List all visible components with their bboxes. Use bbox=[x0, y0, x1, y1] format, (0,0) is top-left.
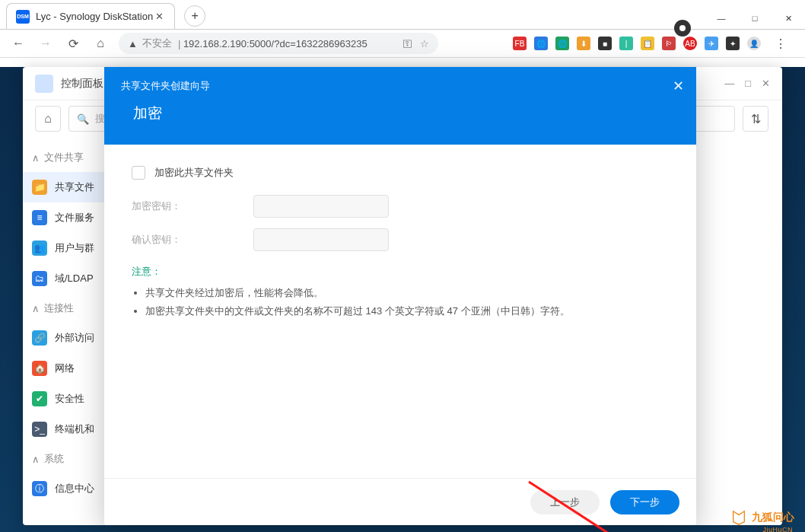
modal-close-button[interactable]: ✕ bbox=[673, 78, 684, 94]
back-button[interactable]: ← bbox=[6, 31, 30, 56]
dsm-close-button[interactable]: ✕ bbox=[762, 78, 770, 89]
watermark-sub: JiuHuCN bbox=[762, 526, 793, 532]
note-item: 共享文件夹经过加密后，性能将会降低。 bbox=[145, 285, 669, 301]
terminal-icon: >_ bbox=[32, 422, 47, 437]
sidebar-item-domain-ldap[interactable]: 🗂域/LDAP bbox=[23, 263, 107, 294]
shared-folder-wizard-modal: 共享文件夹创建向导 加密 ✕ 加密此共享文件夹 加密密钥： 确认密钥： 注意： … bbox=[104, 67, 696, 525]
profile-indicator[interactable] bbox=[674, 20, 691, 37]
ext-v1-icon[interactable]: 🌐 bbox=[534, 37, 548, 50]
dsm-window-title: 控制面板 bbox=[61, 77, 103, 91]
wizard-title: 共享文件夹创建向导 bbox=[121, 79, 679, 93]
users-icon: 👥 bbox=[32, 241, 47, 256]
sidebar-item-shared-folder[interactable]: 📁共享文件 bbox=[23, 172, 107, 202]
ldap-icon: 🗂 bbox=[32, 271, 47, 286]
sidebar-item-info-center[interactable]: ⓘ信息中心 bbox=[23, 473, 107, 504]
tab-close-icon[interactable]: ✕ bbox=[153, 11, 165, 23]
new-tab-button[interactable]: + bbox=[184, 5, 205, 27]
info-icon: ⓘ bbox=[32, 481, 47, 496]
ext-abp-icon[interactable]: AB bbox=[683, 37, 697, 50]
ext-v2-icon[interactable]: 🌐 bbox=[555, 37, 569, 50]
reload-button[interactable]: ⟳ bbox=[61, 31, 85, 56]
chevron-up-icon: ∧ bbox=[32, 152, 40, 164]
modal-header: 共享文件夹创建向导 加密 ✕ bbox=[104, 67, 696, 145]
ext-bd-icon[interactable]: ✈ bbox=[705, 37, 718, 50]
note-item: 加密共享文件夹中的文件或文件夹的名称不可超过 143 个英文字符或 47 个亚洲… bbox=[145, 303, 669, 320]
address-bar[interactable]: ▲ 不安全 | 192.168.2.190:5000/?dc=163228696… bbox=[119, 33, 438, 54]
sidebar-section-system[interactable]: ∧系统 bbox=[23, 444, 107, 473]
ext-fl-icon[interactable]: 🏳 bbox=[662, 37, 676, 50]
chevron-up-icon: ∧ bbox=[32, 454, 40, 465]
note-title: 注意： bbox=[132, 265, 669, 279]
home-button[interactable]: ⌂ bbox=[88, 31, 113, 56]
watermark: 九狐问心 bbox=[730, 509, 794, 526]
note-list: 共享文件夹经过加密后，性能将会降低。 加密共享文件夹中的文件或文件夹的名称不可超… bbox=[132, 285, 669, 320]
sidebar-section-connectivity[interactable]: ∧连接性 bbox=[23, 294, 107, 323]
menu-icon[interactable]: ⋮ bbox=[768, 31, 793, 56]
sidebar-item-external-access[interactable]: 🔗外部访问 bbox=[23, 323, 107, 353]
tab-favicon: DSM bbox=[16, 10, 30, 24]
sidebar-item-file-services[interactable]: ≡文件服务 bbox=[23, 202, 107, 233]
viewport: 控制面板 — □ ✕ ⌂ 🔍 搜索 ⇅ ∧文件共享 📁共享文件 ≡文件服务 👥用… bbox=[0, 67, 805, 532]
key-icon[interactable]: ⚿ bbox=[402, 38, 412, 49]
network-icon: 🏠 bbox=[32, 361, 47, 376]
watermark-text: 九狐问心 bbox=[752, 511, 794, 524]
browser-tab[interactable]: DSM Lyc - Synology DiskStation ✕ bbox=[6, 3, 175, 29]
sidebar: ∧文件共享 📁共享文件 ≡文件服务 👥用户与群 🗂域/LDAP ∧连接性 🔗外部… bbox=[23, 100, 107, 525]
sidebar-item-users-groups[interactable]: 👥用户与群 bbox=[23, 233, 107, 263]
encryption-key-label: 加密密钥： bbox=[132, 199, 253, 213]
fox-icon bbox=[730, 509, 747, 526]
folder-icon: 📁 bbox=[32, 180, 47, 195]
maximize-button[interactable]: □ bbox=[738, 8, 772, 29]
shield-icon: ✔ bbox=[32, 391, 47, 406]
control-panel-icon bbox=[35, 75, 53, 93]
minimize-button[interactable]: — bbox=[705, 8, 738, 29]
file-service-icon: ≡ bbox=[32, 210, 47, 225]
insecure-icon: ▲ bbox=[128, 38, 138, 49]
url-text: 192.168.2.190:5000/?dc=1632286963235 bbox=[183, 38, 368, 49]
sidebar-item-security[interactable]: ✔安全性 bbox=[23, 384, 107, 414]
dsm-minimize-button[interactable]: — bbox=[724, 78, 734, 89]
dsm-maximize-button[interactable]: □ bbox=[745, 78, 751, 89]
ext-puzzle-icon[interactable]: ✦ bbox=[726, 37, 740, 50]
forward-button[interactable]: → bbox=[33, 31, 58, 56]
ext-sq-icon[interactable]: ■ bbox=[598, 37, 612, 50]
link-icon: 🔗 bbox=[32, 330, 47, 346]
ext-avatar-icon[interactable]: 👤 bbox=[747, 37, 761, 50]
sidebar-item-terminal[interactable]: >_终端机和 bbox=[23, 414, 107, 444]
next-button[interactable]: 下一步 bbox=[610, 490, 679, 514]
ext-ph-icon[interactable]: 📋 bbox=[641, 37, 654, 50]
window-controls: — □ ✕ bbox=[705, 8, 805, 29]
step-title: 加密 bbox=[133, 104, 679, 123]
search-icon: 🔍 bbox=[77, 113, 89, 125]
encrypt-checkbox-row[interactable]: 加密此共享文件夹 bbox=[132, 166, 669, 180]
tab-title: Lyc - Synology DiskStation bbox=[36, 11, 153, 22]
insecure-label: 不安全 bbox=[142, 37, 172, 50]
chevron-up-icon: ∧ bbox=[32, 303, 40, 314]
close-button[interactable]: ✕ bbox=[772, 8, 805, 29]
confirm-key-input[interactable] bbox=[253, 228, 389, 251]
ext-ic-icon[interactable]: | bbox=[619, 37, 633, 50]
encrypt-checkbox[interactable] bbox=[132, 166, 145, 180]
dsm-home-button[interactable]: ⌂ bbox=[35, 106, 61, 132]
encryption-key-input[interactable] bbox=[253, 195, 389, 218]
extension-icons: FB 🌐 🌐 ⬇ ■ | 📋 🏳 AB ✈ ✦ 👤 ⋮ bbox=[513, 31, 799, 56]
sidebar-item-network[interactable]: 🏠网络 bbox=[23, 353, 107, 384]
star-icon[interactable]: ☆ bbox=[420, 38, 429, 49]
modal-footer: 上一步 下一步 bbox=[104, 478, 696, 525]
modal-body: 加密此共享文件夹 加密密钥： 确认密钥： 注意： 共享文件夹经过加密后，性能将会… bbox=[104, 145, 696, 478]
tab-strip: DSM Lyc - Synology DiskStation ✕ + bbox=[0, 0, 805, 29]
sidebar-section-fileshare[interactable]: ∧文件共享 bbox=[23, 143, 107, 172]
prev-button[interactable]: 上一步 bbox=[530, 490, 600, 514]
dsm-sort-button[interactable]: ⇅ bbox=[743, 106, 768, 132]
encrypt-checkbox-label: 加密此共享文件夹 bbox=[154, 166, 234, 180]
confirm-key-label: 确认密钥： bbox=[132, 233, 253, 247]
ext-fb-icon[interactable]: FB bbox=[513, 37, 527, 50]
ext-dl-icon[interactable]: ⬇ bbox=[577, 37, 590, 50]
